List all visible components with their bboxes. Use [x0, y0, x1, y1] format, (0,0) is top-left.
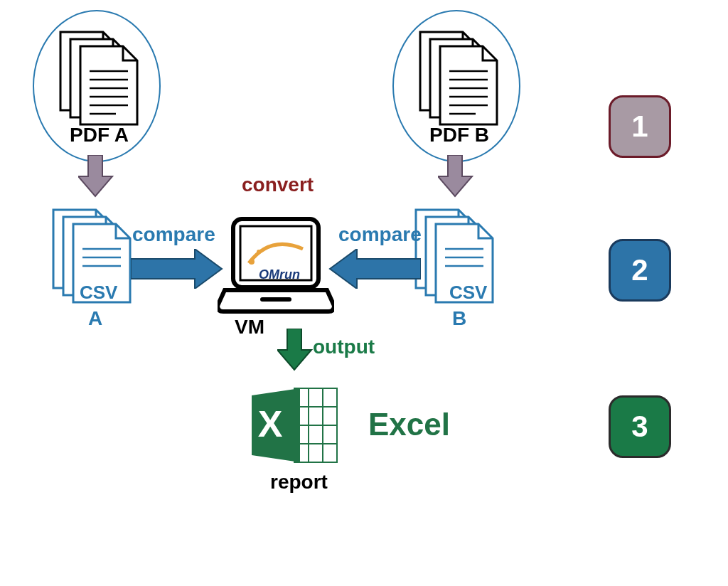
step-1-badge: 1 — [609, 95, 671, 158]
vm-label: VM — [235, 316, 264, 339]
arrow-convert-b-icon — [438, 155, 473, 202]
convert-label: convert — [242, 174, 314, 196]
pdf-a-docs-icon — [57, 28, 142, 131]
step-1-number: 1 — [631, 110, 648, 144]
step-2-number: 2 — [631, 253, 648, 287]
csv-b-label: CSV — [449, 282, 487, 304]
svg-point-13 — [257, 250, 261, 254]
svg-text:X: X — [258, 403, 283, 444]
svg-point-12 — [249, 259, 255, 265]
csv-a-letter: A — [88, 307, 102, 330]
pdf-b-label: PDF B — [429, 124, 489, 146]
csv-b-letter: B — [452, 307, 466, 330]
step-3-badge: 3 — [609, 395, 671, 458]
report-label: report — [270, 471, 328, 494]
arrow-compare-right-icon — [328, 249, 421, 292]
pdf-b-docs-icon — [417, 28, 502, 131]
pdf-a-label: PDF A — [70, 124, 129, 146]
excel-label: Excel — [368, 407, 450, 442]
omrun-label: OMrun — [259, 267, 300, 282]
csv-a-label: CSV — [80, 282, 117, 304]
compare-right-label: compare — [338, 223, 422, 246]
step-3-number: 3 — [631, 410, 648, 444]
arrow-output-icon — [277, 329, 313, 375]
svg-rect-11 — [260, 297, 291, 302]
arrow-compare-left-icon — [131, 249, 223, 292]
compare-left-label: compare — [132, 223, 215, 246]
arrow-convert-a-icon — [78, 155, 114, 202]
output-label: output — [313, 336, 375, 358]
step-2-badge: 2 — [609, 239, 671, 302]
excel-icon: X — [249, 383, 343, 471]
